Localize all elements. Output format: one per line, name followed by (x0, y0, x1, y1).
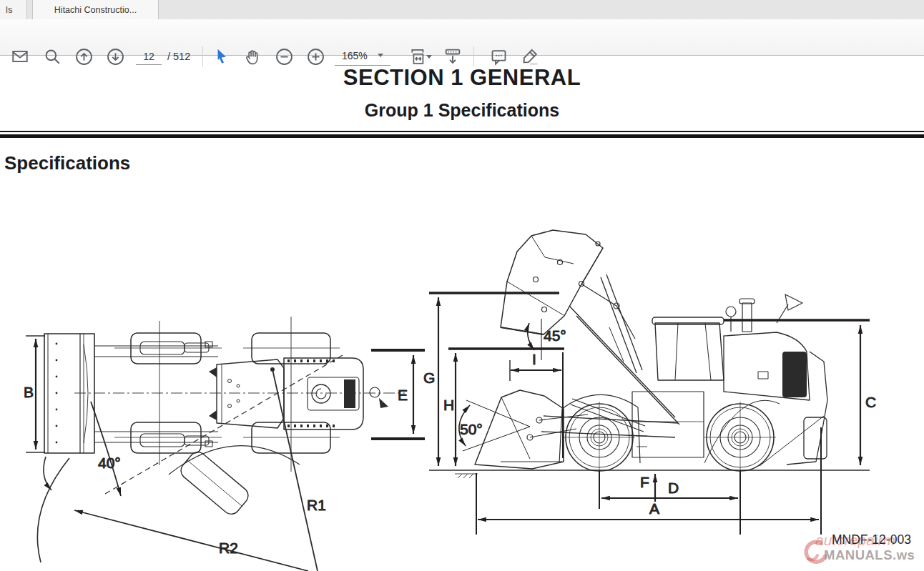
watermark-brand-text: MANUALS.ws (824, 547, 915, 563)
label-c: C (865, 394, 876, 410)
heading-rule-thin (0, 131, 924, 132)
label-r2: R2 (219, 540, 238, 556)
top-view-bucket (44, 334, 94, 453)
dimension-h (448, 349, 564, 466)
top-view-lift-arms (94, 342, 218, 447)
previous-page-icon[interactable] (72, 44, 96, 69)
dimension-50deg (459, 400, 530, 451)
side-view-wheels (564, 402, 776, 471)
label-h: H (443, 397, 454, 413)
top-view-drawing: B E 40° R1 R2 (24, 317, 425, 571)
label-d: D (668, 480, 679, 496)
group-title: Group 1 Specifications (0, 100, 924, 121)
r1-line (272, 369, 318, 571)
zoom-level-value: 165% (342, 50, 368, 61)
page-number-input[interactable] (136, 48, 162, 65)
top-view-front-wheels (114, 333, 222, 453)
side-view-engine-hood (724, 294, 827, 466)
document-tab-label: Hitachi Constructio... (54, 5, 137, 15)
heading-rule-thick (0, 134, 924, 138)
zoom-out-icon[interactable] (272, 44, 296, 69)
label-r1: R1 (307, 497, 326, 513)
top-view-rear-body (284, 358, 388, 430)
document-tab[interactable]: Hitachi Constructio... (32, 0, 159, 20)
dimension-b (26, 336, 45, 452)
dimension-d (599, 470, 740, 535)
acrobat-window: ls Hitachi Constructio... (0, 0, 924, 571)
scroll-mode-icon[interactable] (441, 44, 465, 69)
top-view-steering-sweep (37, 355, 343, 562)
label-g: G (423, 369, 435, 386)
label-40deg: 40° (98, 455, 121, 471)
label-45deg: 45° (544, 327, 566, 344)
dimension-e (371, 350, 425, 439)
next-page-icon[interactable] (103, 44, 127, 69)
label-a: A (649, 500, 659, 517)
label-b: B (24, 384, 34, 400)
dimension-a (476, 427, 821, 535)
side-view-cab (652, 317, 724, 380)
label-f: F (640, 474, 649, 490)
side-view-lowered-bucket (475, 390, 678, 469)
label-50deg: 50° (460, 421, 483, 437)
comment-icon[interactable] (486, 44, 511, 69)
zoom-in-icon[interactable] (303, 44, 328, 69)
section-title: SECTION 1 GENERAL (0, 65, 924, 91)
side-view-raised-bucket (501, 230, 679, 424)
dimension-i (510, 352, 563, 458)
tab-bar: ls Hitachi Constructio... (0, 0, 924, 20)
r2-line (74, 510, 308, 571)
top-view-rear-wheels (243, 333, 340, 453)
page-fit-icon[interactable] (400, 44, 438, 69)
dimension-g (429, 293, 559, 466)
select-tool-icon[interactable] (210, 44, 234, 69)
tools-tab[interactable]: ls (0, 0, 27, 19)
hand-tool-icon[interactable] (240, 44, 265, 69)
highlight-icon[interactable] (518, 44, 542, 69)
chevron-down-icon (426, 55, 432, 59)
page-heading: Specifications (4, 152, 130, 174)
toolbar-separator (202, 46, 203, 66)
top-view-articulation-frame (209, 359, 284, 428)
side-view-drawing: G H I 45° 50° C F D A (423, 230, 876, 535)
figure-code: MNDF-12-003 (832, 532, 911, 547)
email-icon[interactable] (8, 44, 32, 69)
page-count-label: / 512 (167, 48, 190, 65)
zoom-level-dropdown[interactable]: 165% (335, 46, 390, 66)
chevron-down-icon (378, 54, 383, 57)
ground-symbol (455, 474, 478, 478)
articulation-pin (270, 367, 275, 372)
toolbar-separator (473, 46, 474, 66)
dimension-45deg (528, 319, 541, 360)
label-i: I (532, 351, 536, 367)
search-icon[interactable] (40, 44, 64, 69)
label-e: E (398, 387, 408, 403)
tools-tab-label: ls (6, 4, 12, 15)
side-view-body (559, 392, 780, 463)
toolbar: / 512 165% (0, 19, 924, 56)
dimension-c (724, 320, 870, 465)
